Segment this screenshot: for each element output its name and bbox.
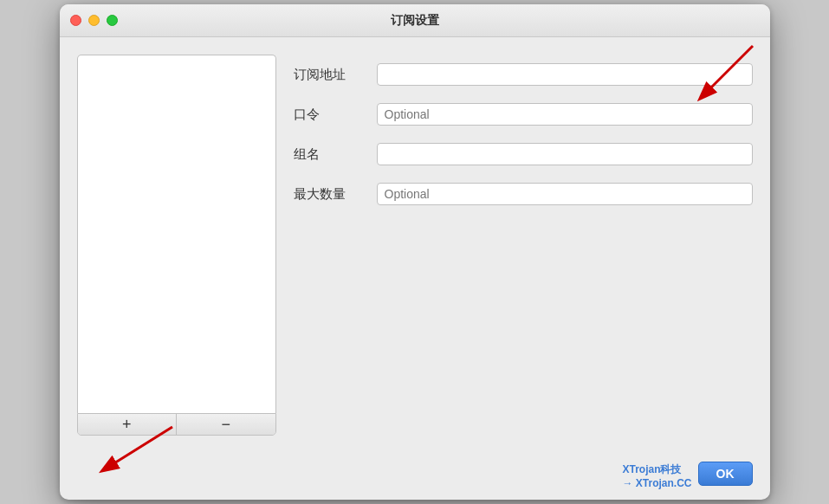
group-name-input[interactable] [377, 143, 753, 165]
minimize-button[interactable] [88, 15, 100, 26]
ok-button[interactable]: OK [698, 462, 753, 486]
group-name-row: 组名 [294, 143, 753, 165]
window-content: + − 订阅地址 口令 组名 最大数量 [60, 37, 770, 453]
left-panel: + − [77, 55, 276, 436]
watermark-line2: → XTrojan.CC [622, 477, 691, 489]
add-subscription-button[interactable]: + [78, 414, 178, 435]
password-input[interactable] [377, 103, 753, 126]
subscription-list [77, 55, 276, 413]
list-button-bar: + − [77, 413, 276, 436]
max-count-row: 最大数量 [294, 183, 753, 205]
close-button[interactable] [70, 15, 81, 26]
watermark: XTrojan科技 → XTrojan.CC [622, 462, 691, 489]
subscribe-url-input[interactable] [377, 63, 753, 86]
traffic-lights [70, 15, 118, 26]
right-panel: 订阅地址 口令 组名 最大数量 [294, 55, 753, 436]
window-title: 订阅设置 [391, 13, 439, 29]
remove-subscription-button[interactable]: − [177, 414, 275, 435]
maximize-button[interactable] [107, 15, 118, 26]
password-label: 口令 [294, 107, 363, 123]
password-row: 口令 [294, 103, 753, 126]
max-count-label: 最大数量 [294, 186, 363, 203]
titlebar: 订阅设置 [60, 4, 770, 37]
subscribe-url-row: 订阅地址 [294, 63, 753, 86]
bottom-bar: XTrojan科技 → XTrojan.CC OK [60, 453, 770, 500]
group-name-label: 组名 [294, 146, 363, 163]
subscribe-url-label: 订阅地址 [294, 67, 363, 83]
max-count-input[interactable] [377, 183, 753, 205]
main-window: 订阅设置 + − 订阅地址 [60, 4, 770, 500]
watermark-line1: XTrojan科技 [622, 462, 691, 477]
